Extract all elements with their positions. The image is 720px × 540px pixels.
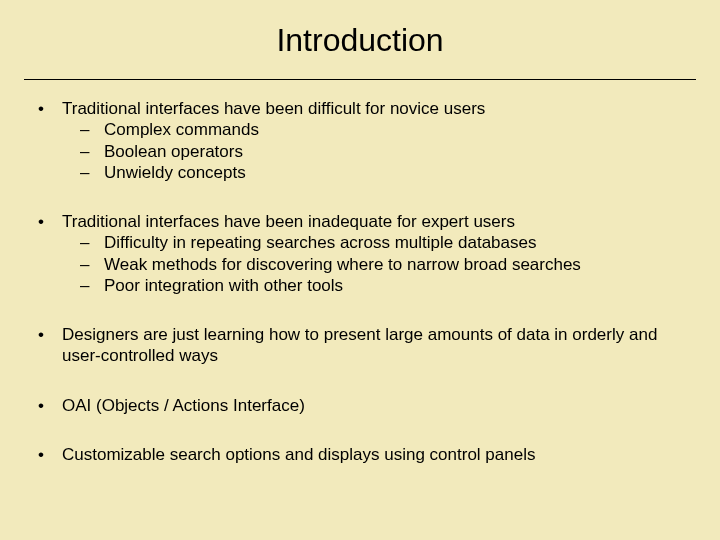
bullet-text: Unwieldy concepts (104, 163, 246, 182)
slide: Introduction Traditional interfaces have… (0, 0, 720, 540)
bullet-text: Difficulty in repeating searches across … (104, 233, 536, 252)
sub-list: Difficulty in repeating searches across … (62, 232, 696, 296)
slide-title: Introduction (24, 0, 696, 69)
list-item: Customizable search options and displays… (24, 444, 696, 465)
bullet-text: Boolean operators (104, 142, 243, 161)
list-item: Traditional interfaces have been difficu… (24, 98, 696, 183)
bullet-list: Traditional interfaces have been difficu… (24, 98, 696, 465)
bullet-text: Customizable search options and displays… (62, 445, 535, 464)
list-item: Traditional interfaces have been inadequ… (24, 211, 696, 296)
list-item: Designers are just learning how to prese… (24, 324, 696, 367)
sub-list-item: Boolean operators (62, 141, 696, 162)
sub-list-item: Weak methods for discovering where to na… (62, 254, 696, 275)
sub-list-item: Poor integration with other tools (62, 275, 696, 296)
sub-list-item: Complex commands (62, 119, 696, 140)
bullet-text: Designers are just learning how to prese… (62, 325, 657, 365)
bullet-text: Traditional interfaces have been difficu… (62, 99, 485, 118)
bullet-text: Poor integration with other tools (104, 276, 343, 295)
bullet-text: OAI (Objects / Actions Interface) (62, 396, 305, 415)
bullet-text: Weak methods for discovering where to na… (104, 255, 581, 274)
sub-list: Complex commands Boolean operators Unwie… (62, 119, 696, 183)
sub-list-item: Difficulty in repeating searches across … (62, 232, 696, 253)
divider (24, 79, 696, 80)
sub-list-item: Unwieldy concepts (62, 162, 696, 183)
bullet-text: Traditional interfaces have been inadequ… (62, 212, 515, 231)
bullet-text: Complex commands (104, 120, 259, 139)
list-item: OAI (Objects / Actions Interface) (24, 395, 696, 416)
